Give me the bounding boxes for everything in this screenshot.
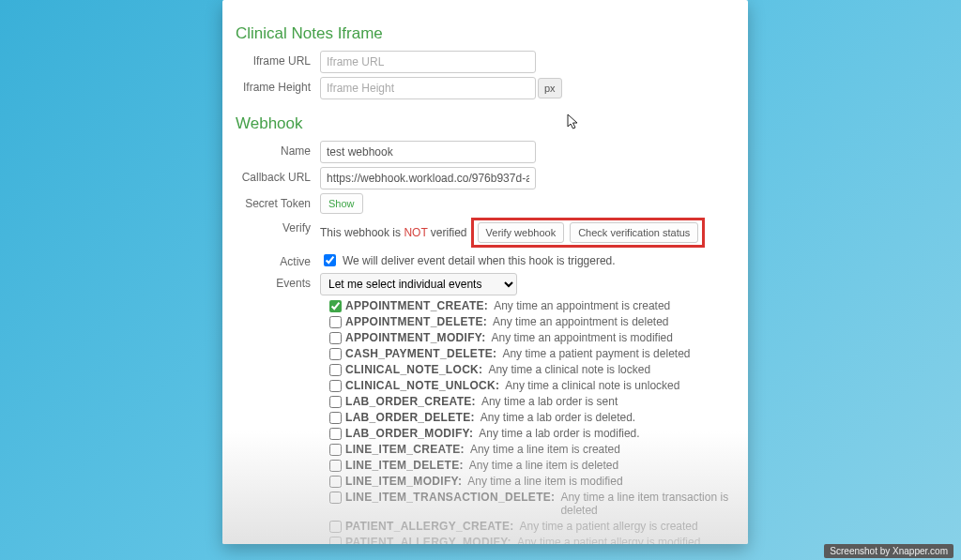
event-code: LAB_ORDER_DELETE: bbox=[345, 411, 475, 424]
event-description: Any time a lab order is deleted. bbox=[480, 411, 635, 424]
event-checkbox[interactable] bbox=[329, 492, 342, 504]
event-description: Any time a clinical note is locked bbox=[488, 363, 650, 376]
screenshot-caption: Screenshot by Xnapper.com bbox=[824, 544, 953, 558]
event-row: APPOINTMENT_MODIFY:Any time an appointme… bbox=[329, 331, 729, 344]
label-webhook-name: Name bbox=[236, 141, 320, 158]
event-description: Any time a patient allergy is created bbox=[520, 520, 698, 533]
row-verify: Verify This webhook is NOT verified Veri… bbox=[236, 218, 729, 248]
event-description: Any time a line item is created bbox=[470, 443, 620, 456]
section-heading-webhook: Webhook bbox=[236, 114, 729, 133]
event-row: LAB_ORDER_CREATE:Any time a lab order is… bbox=[329, 395, 729, 408]
event-checkbox[interactable] bbox=[329, 332, 342, 344]
event-description: Any time a lab order is modified. bbox=[479, 427, 639, 440]
event-description: Any time an appointment is created bbox=[494, 299, 670, 312]
event-description: Any time a line item transaction is dele… bbox=[560, 491, 729, 517]
verify-webhook-button[interactable]: Verify webhook bbox=[478, 222, 565, 243]
event-code: APPOINTMENT_DELETE: bbox=[345, 315, 487, 328]
verify-highlight: Verify webhook Check verification status bbox=[471, 218, 706, 248]
events-select[interactable]: Let me select individual events bbox=[320, 273, 517, 295]
active-description: We will deliver event detail when this h… bbox=[343, 254, 616, 267]
events-list: APPOINTMENT_CREATE:Any time an appointme… bbox=[236, 299, 729, 544]
event-code: PATIENT_ALLERGY_MODIFY: bbox=[345, 536, 511, 544]
event-row: CLINICAL_NOTE_LOCK:Any time a clinical n… bbox=[329, 363, 729, 376]
event-checkbox[interactable] bbox=[329, 537, 342, 544]
row-webhook-name: Name bbox=[236, 141, 729, 163]
label-callback-url: Callback URL bbox=[236, 167, 320, 184]
event-checkbox[interactable] bbox=[329, 444, 342, 456]
label-iframe-url: Iframe URL bbox=[236, 51, 320, 68]
event-code: CASH_PAYMENT_DELETE: bbox=[345, 347, 496, 360]
event-row: LINE_ITEM_MODIFY:Any time a line item is… bbox=[329, 475, 729, 488]
event-checkbox[interactable] bbox=[329, 521, 342, 533]
label-active: Active bbox=[236, 251, 320, 268]
row-callback-url: Callback URL bbox=[236, 167, 729, 189]
event-code: PATIENT_ALLERGY_CREATE: bbox=[345, 520, 514, 533]
label-verify: Verify bbox=[236, 218, 320, 235]
event-code: APPOINTMENT_CREATE: bbox=[345, 299, 488, 312]
event-row: LAB_ORDER_DELETE:Any time a lab order is… bbox=[329, 411, 729, 424]
event-row: CLINICAL_NOTE_UNLOCK:Any time a clinical… bbox=[329, 379, 729, 392]
event-description: Any time a patient payment is deleted bbox=[502, 347, 690, 360]
event-description: Any time a patient allergy is modified bbox=[517, 536, 700, 544]
event-checkbox[interactable] bbox=[329, 380, 342, 392]
iframe-height-input[interactable] bbox=[320, 77, 536, 99]
section-heading-iframe: Clinical Notes Iframe bbox=[236, 24, 729, 43]
row-secret-token: Secret Token Show bbox=[236, 193, 729, 214]
event-row: LINE_ITEM_TRANSACTION_DELETE:Any time a … bbox=[329, 491, 729, 517]
event-description: Any time a clinical note is unlocked bbox=[505, 379, 679, 392]
event-description: Any time an appointment is deleted bbox=[493, 315, 668, 328]
event-code: APPOINTMENT_MODIFY: bbox=[345, 331, 485, 344]
event-description: Any time a line item is deleted bbox=[469, 459, 618, 472]
event-checkbox[interactable] bbox=[329, 412, 342, 424]
event-row: APPOINTMENT_CREATE:Any time an appointme… bbox=[329, 299, 729, 312]
event-row: APPOINTMENT_DELETE:Any time an appointme… bbox=[329, 315, 729, 328]
event-row: PATIENT_ALLERGY_MODIFY:Any time a patien… bbox=[329, 536, 729, 544]
event-code: LINE_ITEM_TRANSACTION_DELETE: bbox=[345, 491, 555, 504]
unit-px: px bbox=[538, 78, 562, 98]
event-description: Any time a lab order is sent bbox=[481, 395, 618, 408]
event-row: CASH_PAYMENT_DELETE:Any time a patient p… bbox=[329, 347, 729, 360]
row-events: Events Let me select individual events bbox=[236, 273, 729, 295]
event-row: PATIENT_ALLERGY_CREATE:Any time a patien… bbox=[329, 520, 729, 533]
event-checkbox[interactable] bbox=[329, 460, 342, 472]
event-code: LAB_ORDER_CREATE: bbox=[345, 395, 476, 408]
callback-url-input[interactable] bbox=[320, 167, 536, 189]
event-row: LINE_ITEM_DELETE:Any time a line item is… bbox=[329, 459, 729, 472]
event-checkbox[interactable] bbox=[329, 476, 342, 488]
event-code: LINE_ITEM_DELETE: bbox=[345, 459, 464, 472]
label-secret-token: Secret Token bbox=[236, 193, 320, 210]
label-events: Events bbox=[236, 273, 320, 290]
event-checkbox[interactable] bbox=[329, 428, 342, 440]
verify-status-text: This webhook is NOT verified bbox=[320, 226, 467, 239]
event-description: Any time a line item is modified bbox=[467, 475, 622, 488]
event-checkbox[interactable] bbox=[329, 348, 342, 360]
webhook-name-input[interactable] bbox=[320, 141, 536, 163]
event-code: CLINICAL_NOTE_UNLOCK: bbox=[345, 379, 499, 392]
event-code: LINE_ITEM_CREATE: bbox=[345, 443, 465, 456]
check-status-button[interactable]: Check verification status bbox=[570, 222, 698, 243]
row-iframe-url: Iframe URL bbox=[236, 51, 729, 73]
event-row: LINE_ITEM_CREATE:Any time a line item is… bbox=[329, 443, 729, 456]
event-checkbox[interactable] bbox=[329, 316, 342, 328]
event-code: LAB_ORDER_MODIFY: bbox=[345, 427, 473, 440]
event-description: Any time an appointment is modified bbox=[491, 331, 672, 344]
label-iframe-height: Iframe Height bbox=[236, 77, 320, 94]
settings-panel: Clinical Notes Iframe Iframe URL Iframe … bbox=[222, 0, 748, 544]
show-token-button[interactable]: Show bbox=[320, 193, 363, 214]
event-row: LAB_ORDER_MODIFY:Any time a lab order is… bbox=[329, 427, 729, 440]
event-checkbox[interactable] bbox=[329, 396, 342, 408]
row-active: Active We will deliver event detail when… bbox=[236, 251, 729, 269]
active-checkbox[interactable] bbox=[324, 254, 336, 266]
event-checkbox[interactable] bbox=[329, 364, 342, 376]
event-code: LINE_ITEM_MODIFY: bbox=[345, 475, 462, 488]
iframe-url-input[interactable] bbox=[320, 51, 536, 73]
row-iframe-height: Iframe Height px bbox=[236, 77, 729, 99]
event-code: CLINICAL_NOTE_LOCK: bbox=[345, 363, 482, 376]
event-checkbox[interactable] bbox=[329, 300, 342, 312]
